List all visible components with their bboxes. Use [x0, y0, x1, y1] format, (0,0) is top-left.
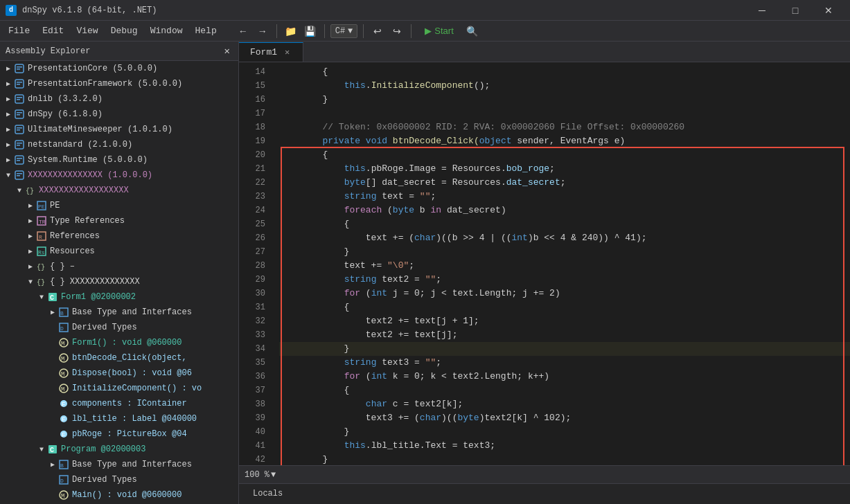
expand-arrow-icon[interactable]: ▼	[25, 278, 36, 286]
asm-icon	[14, 154, 25, 165]
line-number: 33	[239, 328, 268, 342]
search-button[interactable]: 🔍	[464, 23, 481, 39]
tree-item[interactable]: MMain() : void @0600000	[0, 487, 238, 503]
tree-item[interactable]: MDispose(bool) : void @06	[0, 366, 238, 381]
expand-arrow-icon[interactable]: ▶	[47, 460, 58, 469]
start-button[interactable]: ▶ Start	[417, 23, 461, 39]
zoom-level: 100 %	[245, 470, 269, 480]
menu-debug[interactable]: Debug	[105, 23, 143, 39]
tree-item[interactable]: ▶RReferences	[0, 228, 238, 244]
tree-item[interactable]: MInitializeComponent() : vo	[0, 381, 238, 396]
tab-form1[interactable]: Form1 ✕	[239, 42, 303, 62]
toolbar-save[interactable]: 💾	[302, 23, 319, 39]
line-number: 16	[239, 93, 268, 107]
svg-text:{}: {}	[37, 279, 45, 287]
menu-edit[interactable]: Edit	[37, 23, 69, 39]
tree-item[interactable]: ▶RsResources	[0, 244, 238, 259]
tree-item[interactable]: ▶UltimateMinesweeper (1.0.1.0)	[0, 122, 238, 137]
panel-close-button[interactable]: ✕	[222, 44, 233, 58]
expand-arrow-icon[interactable]: ▶	[3, 110, 14, 118]
menu-window[interactable]: Window	[145, 23, 188, 39]
toolbar-open[interactable]: 📁	[283, 23, 299, 39]
expand-arrow-icon[interactable]: ▶	[3, 141, 14, 149]
tree-item[interactable]: ▶PresentationFramework (5.0.0.0)	[0, 76, 238, 91]
tree-item[interactable]: Fcomponents : IContainer	[0, 396, 238, 411]
expand-arrow-icon[interactable]: ▼	[14, 187, 25, 195]
menu-help[interactable]: Help	[189, 23, 222, 39]
method-icon: M	[58, 383, 69, 394]
svg-text:M: M	[61, 386, 64, 393]
line-number: 23	[239, 190, 268, 204]
tree-item[interactable]: ▶PEPE	[0, 198, 238, 213]
expand-arrow-icon[interactable]: ▶	[25, 262, 36, 271]
code-line: {	[279, 384, 850, 397]
expand-arrow-icon[interactable]: ▶	[25, 232, 36, 240]
toolbar-back[interactable]: ←	[235, 23, 251, 39]
zoom-dropdown-icon[interactable]: ▼	[271, 470, 276, 480]
tree-item[interactable]: ▶BBase Type and Interfaces	[0, 457, 238, 472]
tree-item[interactable]: ▶{}{ } –	[0, 259, 238, 274]
expand-arrow-icon[interactable]: ▶	[25, 201, 36, 210]
tree-item[interactable]: ▶System.Runtime (5.0.0.0)	[0, 152, 238, 168]
expand-arrow-icon[interactable]: ▼	[36, 294, 47, 301]
tree-item[interactable]: ▼{}{ } XXXXXXXXXXXXXX	[0, 274, 238, 289]
tree-item[interactable]: MbtnDecode_Click(object,	[0, 350, 238, 366]
tab-close-icon[interactable]: ✕	[283, 46, 292, 58]
code-line: }	[279, 93, 850, 107]
assembly-tree[interactable]: ▶PresentationCore (5.0.0.0)▶Presentation…	[0, 61, 238, 504]
toolbar-forward[interactable]: →	[254, 23, 271, 39]
tree-item-label: { } –	[50, 262, 75, 271]
tree-item[interactable]: ▶PresentationCore (5.0.0.0)	[0, 61, 238, 76]
expand-arrow-icon[interactable]: ▶	[3, 95, 14, 103]
minimize-button[interactable]: ─	[746, 0, 778, 21]
locals-tab[interactable]: Locals	[245, 486, 291, 503]
line-number: 17	[239, 107, 268, 120]
language-dropdown[interactable]: C# ▼	[330, 24, 358, 38]
tree-item[interactable]: ▶dnSpy (6.1.8.0)	[0, 107, 238, 122]
line-number: 37	[239, 384, 268, 397]
svg-rect-1	[17, 66, 22, 68]
expand-arrow-icon[interactable]: ▶	[3, 80, 14, 88]
tree-item-label: InitializeComponent() : vo	[72, 384, 202, 393]
tree-item[interactable]: Flbl_title : Label @040000	[0, 411, 238, 426]
code-line: text += (char)((b >> 4 | ((int)b << 4 & …	[279, 231, 850, 245]
expand-arrow-icon[interactable]: ▶	[3, 64, 14, 73]
maximize-button[interactable]: □	[779, 0, 811, 21]
tree-item[interactable]: ▼CProgram @02000003	[0, 442, 238, 457]
expand-arrow-icon[interactable]: ▶	[3, 125, 14, 134]
code-line: foreach (byte b in dat_secret)	[279, 204, 850, 217]
method-icon: M	[58, 352, 69, 363]
expand-arrow-icon[interactable]: ▶	[3, 156, 14, 164]
tree-item[interactable]: ▼XXXXXXXXXXXXXXX (1.0.0.0)	[0, 168, 238, 183]
assembly-explorer-panel: Assembly Explorer ✕ ▶PresentationCore (5…	[0, 42, 239, 504]
expand-arrow-icon[interactable]: ▼	[36, 446, 47, 453]
svg-text:F: F	[62, 417, 65, 424]
toolbar-redo[interactable]: ↪	[389, 23, 405, 39]
svg-text:Rs: Rs	[38, 249, 45, 255]
tree-item[interactable]: ▶netstandard (2.1.0.0)	[0, 137, 238, 152]
tree-item[interactable]: DDerived Types	[0, 472, 238, 487]
expand-arrow-icon[interactable]: ▶	[25, 247, 36, 255]
svg-rect-7	[17, 97, 22, 98]
expand-arrow-icon[interactable]: ▶	[25, 217, 36, 225]
tree-item[interactable]: DDerived Types	[0, 320, 238, 335]
tree-item[interactable]: ▶dnlib (3.3.2.0)	[0, 91, 238, 107]
menu-bar: File Edit View Debug Window Help ← → 📁 💾…	[0, 21, 850, 42]
code-line: this.lbl_title.Text = text3;	[279, 439, 850, 453]
menu-file[interactable]: File	[3, 23, 35, 39]
expand-arrow-icon[interactable]: ▼	[3, 172, 14, 179]
tree-item-label: Form1 @02000002	[61, 292, 136, 302]
tree-item[interactable]: MForm1() : void @060000	[0, 335, 238, 350]
expand-arrow-icon[interactable]: ▶	[47, 308, 58, 316]
toolbar-undo[interactable]: ↩	[369, 23, 386, 39]
svg-rect-11	[17, 114, 20, 116]
tree-item[interactable]: ▼CForm1 @02000002	[0, 289, 238, 305]
code-editor[interactable]: 1415161718192021222324252627282930313233…	[239, 62, 850, 465]
svg-rect-2	[17, 69, 20, 70]
tree-item[interactable]: ▶TRType References	[0, 213, 238, 228]
close-button[interactable]: ✕	[813, 0, 844, 21]
tree-item[interactable]: FpbRoge : PictureBox @04	[0, 426, 238, 442]
tree-item[interactable]: ▶BBase Type and Interfaces	[0, 305, 238, 320]
tree-item[interactable]: ▼{}XXXXXXXXXXXXXXXXXX	[0, 183, 238, 198]
menu-view[interactable]: View	[71, 23, 103, 39]
